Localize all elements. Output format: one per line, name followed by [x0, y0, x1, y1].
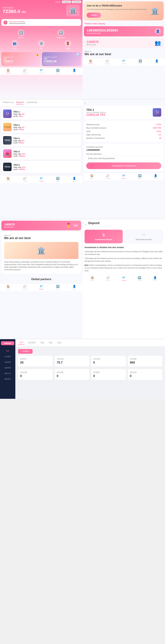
accounts-row: 💰 Wallet Account TRX 72360.4 +$4698.7273…	[1, 52, 81, 66]
nav-trading[interactable]: 📈 Trading	[17, 68, 33, 74]
home-nav-icon: 🏠	[7, 68, 10, 72]
trx-name: TRX-1	[86, 108, 106, 112]
withdrawal-action[interactable]: ⬆️ Withdrawal	[57, 29, 65, 39]
dep-home-icon: 🏠	[91, 276, 94, 279]
membership-icon: 👥	[154, 40, 161, 46]
announcement-bar[interactable]: 📢 The common problem Latest Announcement	[1, 19, 81, 26]
app-action[interactable]: ⚙️ App	[38, 40, 45, 50]
list-item[interactable]: 🔮 TRX-1 Daily rate 5% cycle: 3Day	[1, 108, 81, 120]
lang-english[interactable]: English	[54, 1, 61, 3]
tron-mine-icon: 👤	[155, 59, 158, 62]
mem-nav-home[interactable]: 🏠 Home	[0, 285, 17, 290]
dep-nav-share[interactable]: ↗️ Share	[132, 276, 147, 281]
trx1-rate: Daily rate 5%	[13, 113, 24, 115]
invest-form: Investment account 13888888888 Security …	[84, 144, 164, 172]
mem-nav-mine[interactable]: 👤 Mine	[66, 285, 83, 290]
nav-share[interactable]: ↗️ Share	[49, 68, 66, 74]
add-statistics-button[interactable]: + 新增统计	[18, 349, 33, 354]
admin-menu-members[interactable]: 会员管理	[1, 354, 14, 359]
tron-nav-mine[interactable]: 👤 Mine	[148, 59, 165, 64]
num-investment-label: Number of investment	[86, 137, 105, 139]
admin-menu-data[interactable]: 数据管理	[1, 377, 14, 382]
prod-nav-home[interactable]: 🏠 Home	[0, 177, 17, 182]
mem-nav-share[interactable]: ↗️ Share	[49, 285, 66, 290]
mem-mine-icon: 👤	[73, 285, 76, 288]
nav-invest[interactable]: 💎 Invest	[33, 68, 50, 74]
stat-recharge-count: 充值笔数 960	[128, 356, 162, 366]
tron-bottom-nav: 🏠 Home 📈 Trading 💎 Invest ↗️ Share 👤 Min…	[83, 58, 165, 66]
prod-nav-mine[interactable]: 👤 Mine	[66, 177, 83, 182]
security-input[interactable]	[86, 156, 161, 161]
admin-menu-recharge[interactable]: 充值管理	[1, 360, 14, 365]
tab-deposit[interactable]: Deposit	[16, 101, 24, 104]
list-item[interactable]: 🌺 TRX-4 Daily rate 10% cycle: 180Day	[1, 148, 81, 160]
investment-amount-option[interactable]: $ investment amount	[85, 230, 123, 243]
trx2-image: TRON	[3, 123, 12, 131]
admin-tab-home[interactable]: 首页	[18, 340, 25, 345]
trx5-name: TRX-5	[13, 164, 26, 166]
lang-indonesian[interactable]: Indonesian	[72, 1, 81, 3]
admin-header: 首页 会员管理 充值 投资 其他	[15, 339, 165, 346]
details-button[interactable]: Details	[87, 12, 101, 18]
financial-account-option[interactable]: 〰 Financial account	[124, 230, 163, 243]
stat-recharge-amount: 充值金额 75.7	[55, 356, 89, 366]
team-action[interactable]: 👥 Team	[11, 40, 18, 50]
list-item[interactable]: TRON TRX-2 Daily rate 6% cycle: 30Day	[1, 121, 81, 133]
promo-card[interactable]: 📊 Promotion Account TRX 219653.46 +$1426…	[42, 52, 81, 66]
lang-portuguese[interactable]: Português	[62, 1, 71, 3]
list-item[interactable]: TRON TRX-5 Daily rate 12% cycle: 365Day	[1, 161, 81, 173]
max-investment-value: 2000 TRX	[153, 127, 161, 129]
prod-nav-trading[interactable]: 📈 Trading	[17, 177, 33, 182]
trx-info-card: Starting amount 5 TRX Max investment amo…	[84, 120, 164, 142]
nav-mine[interactable]: 👤 Mine	[66, 68, 83, 74]
invest-button[interactable]: Participate in investment	[86, 162, 161, 169]
dep-nav-home[interactable]: 🏠 Home	[85, 276, 100, 281]
mem-nav-invest[interactable]: 💎 Invest	[33, 285, 50, 290]
tron-nav-invest[interactable]: 💎 Invest	[116, 59, 132, 64]
wallet-card[interactable]: 💰 Wallet Account TRX 72360.4 +$4698.7273	[1, 52, 41, 66]
back-button[interactable]: ‹	[84, 101, 164, 106]
dep-nav-invest[interactable]: 💎 Invest	[116, 276, 132, 281]
dep-invest-icon: 💎	[122, 276, 125, 279]
logout-action[interactable]: 🚪 Logout	[64, 40, 71, 50]
mem-number: 1408578	[4, 223, 15, 226]
trx-balance-label: Account available balance	[86, 112, 106, 114]
detail-trading-icon: 📈	[106, 174, 109, 177]
detail-nav-share[interactable]: ↗️ Share	[132, 174, 148, 179]
mem-nav-trading[interactable]: 📈 Trading	[17, 285, 33, 290]
list-item[interactable]: TRON TRX-3 Daily rate 8% cycle: 90Day	[1, 134, 81, 146]
deposit-action[interactable]: ⬇️ Deposit	[18, 29, 24, 39]
tab-product-list[interactable]: Product List	[3, 101, 14, 104]
tron-subtitle: Use cloud mining and DeFi technology to …	[87, 8, 148, 10]
account-value: 13888888888	[86, 149, 161, 151]
admin-menu-withdraw[interactable]: 提现管理	[1, 366, 14, 370]
admin-tab-other[interactable]: 其他	[56, 341, 62, 345]
tron-nav-share[interactable]: ↗️ Share	[132, 59, 148, 64]
detail-nav-invest[interactable]: 💎 Invest	[116, 174, 132, 179]
detail-nav-trading[interactable]: 📈 Trading	[100, 174, 116, 179]
admin-menu-home[interactable]: 首页	[1, 348, 14, 354]
admin-tab-recharge[interactable]: 充值	[39, 341, 45, 345]
nav-home[interactable]: 🏠 Home	[0, 68, 17, 74]
admin-menu-finance[interactable]: 财务工具	[1, 371, 14, 376]
admin-tab-invest[interactable]: 投资	[47, 341, 54, 345]
admin-tab-members[interactable]: 会员管理	[27, 341, 37, 345]
dep-nav-mine[interactable]: 👤 Mine	[147, 276, 163, 281]
announcement-problem: The common problem	[9, 21, 25, 22]
dep-nav-trading[interactable]: 📈 Trading	[100, 276, 116, 281]
tab-invested-list[interactable]: Invested list	[27, 101, 37, 104]
mode2-text: 2:Recharge into the Financial account,yo…	[85, 257, 163, 262]
stat-team-revenue: 团队收益 0	[128, 369, 162, 380]
tron-hero: Join to be a TRON Millionaire Use cloud …	[84, 1, 164, 20]
deposit-back-button[interactable]: ‹	[85, 222, 87, 227]
detail-nav-mine[interactable]: 👤 Mine	[148, 174, 164, 179]
prod-nav-share[interactable]: ↗️ Share	[49, 177, 66, 182]
wallet-amount: 72360.4	[3, 60, 39, 63]
admin-main: 首页 会员管理 充值 投资 其他 + 新增统计 新增用户 20	[15, 339, 165, 399]
tron-nav-home[interactable]: 🏠 Home	[83, 59, 99, 64]
prod-nav-invest[interactable]: 💎 Invest	[33, 177, 50, 182]
about-card: About us We are at our best 🏛️ Cloud min…	[1, 232, 81, 274]
tron-nav-trading[interactable]: 📈 Trading	[99, 59, 116, 64]
trx-detail-screen: ‹ TRX-1 Account available balance 219653…	[83, 100, 165, 219]
detail-nav-home[interactable]: 🏠 Home	[84, 174, 100, 179]
